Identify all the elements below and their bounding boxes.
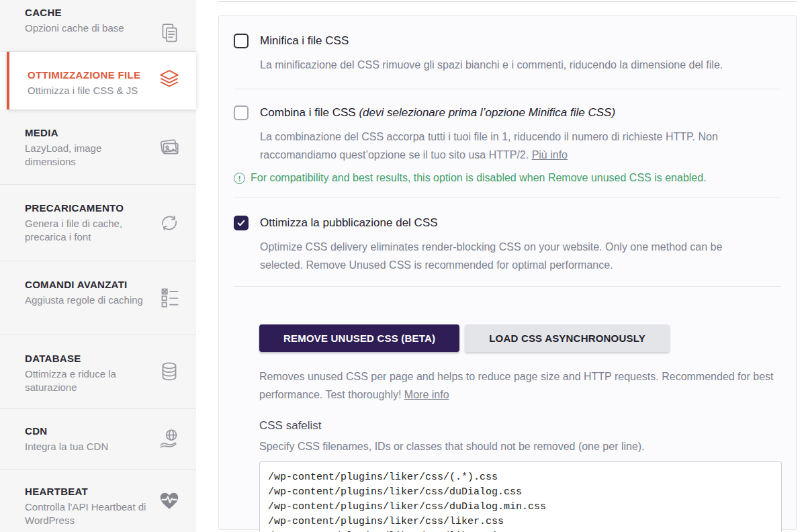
sidebar-item-subtitle: Ottimizza i file CSS & JS: [28, 84, 149, 97]
sidebar-item-title: CDN: [25, 425, 149, 437]
sidebar-item-subtitle: Aggiusta regole di caching: [25, 294, 149, 307]
pages-icon: [157, 21, 181, 46]
sidebar-item-heartbeat[interactable]: HEARTBEAT Controlla l'API Heartbeat di W…: [0, 470, 196, 532]
wp-rocket-settings-page: CACHE Opzioni cache di base OTTIMIZZAZIO…: [0, 0, 806, 532]
sidebar-item-cdn[interactable]: CDN Integra la tua CDN: [0, 409, 196, 470]
content-top-divider: [218, 1, 797, 2]
globe-hand-icon: [157, 427, 181, 451]
combine-css-description: La combinazione del CSS accorpa tutti i …: [260, 128, 762, 164]
sidebar-item-subtitle: Genera i file di cache, precarica i font: [25, 217, 149, 244]
minify-css-label[interactable]: Minifica i file CSS: [260, 34, 349, 48]
css-safelist-title: CSS safelist: [259, 419, 780, 433]
sidebar-item-title: PRECARICAMENTO: [25, 202, 149, 214]
sidebar-item-media[interactable]: MEDIA LazyLoad, image dimensions: [0, 109, 196, 185]
sidebar-item-cache[interactable]: CACHE Opzioni cache di base: [0, 0, 196, 52]
sidebar-item-subtitle: Integra la tua CDN: [25, 440, 149, 453]
load-css-asynchronously-button[interactable]: LOAD CSS ASYNCHRONOUSLY: [465, 324, 670, 352]
database-icon: [157, 360, 181, 384]
sidebar-item-subtitle: Opzioni cache di base: [25, 21, 149, 35]
sidebar-item-title: DATABASE: [25, 353, 149, 364]
remove-unused-css-button[interactable]: REMOVE UNUSED CSS (BETA): [259, 324, 459, 352]
combine-css-section: Combina i file CSS (devi selezionare pri…: [219, 89, 796, 197]
css-safelist-textarea[interactable]: /wp-content/plugins/liker/css/(.*).css /…: [259, 461, 782, 532]
sidebar-item-file-optimization[interactable]: OTTIMIZZAZIONE FILE Ottimizza i file CSS…: [7, 52, 196, 109]
combine-css-requirement-note: (devi selezionare prima l’opzione Minifi…: [359, 106, 615, 119]
css-settings-panel: Minifica i file CSS La minificazione del…: [218, 15, 797, 530]
optimize-css-delivery-checkbox[interactable]: [234, 216, 249, 230]
minify-css-description: La minificazione del CSS rimuove gli spa…: [260, 56, 762, 74]
sidebar-item-subtitle: Controlla l'API Heartbeat di WordPress: [25, 500, 149, 527]
photos-icon: [157, 135, 181, 159]
optimize-css-delivery-section: Ottimizza la pubblicazione del CSS Optim…: [219, 198, 796, 286]
sidebar-item-title: HEARTBEAT: [25, 486, 149, 497]
combine-css-label[interactable]: Combina i file CSS (devi selezionare pri…: [260, 106, 615, 120]
checklist-icon: [157, 286, 181, 310]
minify-css-checkbox[interactable]: [234, 34, 249, 48]
combine-css-more-info-link[interactable]: Più info: [532, 149, 568, 161]
compatibility-notice: ! For compatibility and best results, th…: [234, 172, 780, 184]
optimize-css-delivery-description: Optimize CSS delivery eliminates render-…: [260, 238, 744, 274]
rucss-more-info-link[interactable]: More info: [404, 389, 449, 400]
sidebar-item-advanced-rules[interactable]: COMANDI AVANZATI Aggiusta regole di cach…: [0, 261, 196, 335]
combine-css-checkbox[interactable]: [234, 105, 249, 120]
sidebar-item-subtitle: Ottimizza e riduce la saturazione: [25, 367, 149, 394]
sidebar-item-title: COMANDI AVANZATI: [25, 279, 149, 290]
sidebar-item-subtitle: LazyLoad, image dimensions: [25, 142, 149, 169]
layers-icon: [157, 69, 181, 93]
heartbeat-icon: [157, 489, 181, 513]
css-safelist-hint: Specify CSS filenames, IDs or classes th…: [259, 441, 780, 453]
sidebar-item-preload[interactable]: PRECARICAMENTO Genera i file di cache, p…: [0, 185, 196, 261]
refresh-icon: [157, 211, 181, 235]
alert-circle-icon: !: [234, 173, 245, 184]
sidebar-item-title: MEDIA: [25, 127, 149, 138]
remove-unused-css-block: REMOVE UNUSED CSS (BETA) LOAD CSS ASYNCH…: [219, 287, 796, 532]
sidebar-item-database[interactable]: DATABASE Ottimizza e riduce la saturazio…: [0, 335, 196, 409]
optimize-css-delivery-label[interactable]: Ottimizza la pubblicazione del CSS: [260, 216, 438, 230]
remove-unused-css-description: Removes unused CSS per page and helps to…: [259, 367, 780, 404]
minify-css-section: Minifica i file CSS La minificazione del…: [219, 16, 796, 89]
settings-sidebar: CACHE Opzioni cache di base OTTIMIZZAZIO…: [0, 0, 196, 532]
sidebar-item-title: CACHE: [25, 7, 149, 18]
sidebar-item-title: OTTIMIZZAZIONE FILE: [28, 69, 149, 81]
